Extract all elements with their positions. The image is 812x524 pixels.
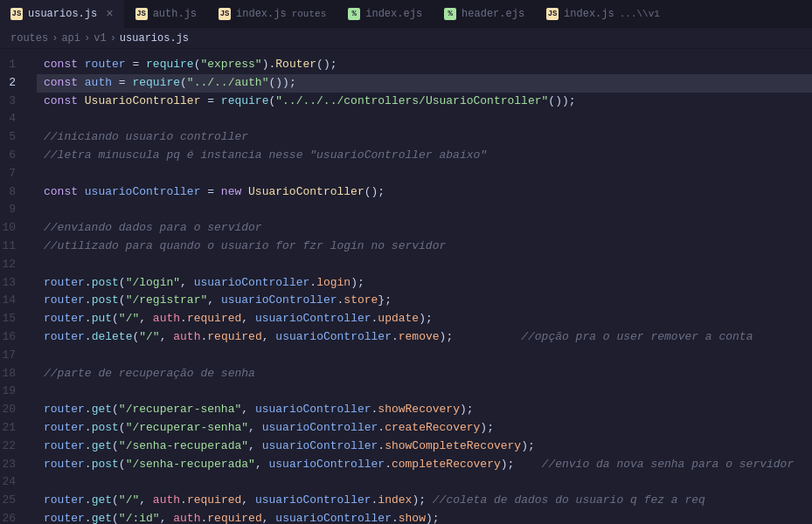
line-number: 2 — [0, 74, 23, 93]
token: const — [44, 93, 85, 111]
token: auth — [173, 510, 200, 524]
line-number: 25 — [0, 492, 23, 510]
breadcrumb-sep: › — [52, 32, 58, 45]
line-number: 12 — [0, 256, 23, 274]
token: , — [160, 328, 174, 347]
token: get — [92, 492, 112, 510]
token: new — [221, 183, 248, 202]
tab-auth[interactable]: JS auth.js — [125, 0, 208, 28]
token: router — [44, 328, 85, 347]
line-number: 11 — [0, 238, 23, 256]
token: . — [85, 292, 92, 310]
token: usuarioController — [269, 456, 385, 474]
token: require — [146, 56, 194, 74]
token: , — [139, 310, 153, 328]
token: ()); — [548, 93, 575, 111]
js-icon: JS — [546, 8, 559, 20]
token: ); — [460, 401, 474, 419]
token: ( — [119, 419, 126, 438]
tab-close-icon[interactable]: × — [106, 7, 113, 21]
line-number: 23 — [0, 456, 23, 474]
token: "/recuperar-senha" — [126, 419, 248, 438]
token: UsuarioController — [85, 93, 201, 111]
code-line: router.get("/:id", auth.required, usuari… — [37, 510, 812, 524]
token: required — [207, 510, 261, 524]
tab-usuarios[interactable]: JS usuarios.js × — [0, 0, 125, 28]
token: store — [344, 292, 378, 310]
breadcrumb-sep: › — [84, 32, 90, 45]
token: . — [85, 438, 92, 456]
code-line: const router = require("express").Router… — [37, 56, 812, 74]
token: , — [160, 510, 174, 524]
line-number: 14 — [0, 292, 23, 310]
code-content[interactable]: const router = require("express").Router… — [37, 49, 812, 524]
code-line — [37, 110, 812, 128]
token: //iniciando usuario controller — [44, 128, 248, 147]
token: (); — [364, 183, 385, 202]
tab-index-v1[interactable]: JS index.js ...\\v1 — [536, 0, 671, 28]
token: get — [92, 438, 112, 456]
token: "/recuperar-senha" — [119, 401, 241, 419]
breadcrumb-routes[interactable]: routes — [10, 32, 48, 45]
token: ( — [112, 510, 119, 524]
token: //parte de recuperação de senha — [44, 365, 255, 383]
tab-header-ejs[interactable]: % header.ejs — [434, 0, 536, 28]
token: //opção pra o user remover a conta — [453, 328, 753, 347]
token: "../../../controllers/UsuarioController" — [275, 93, 548, 111]
code-line — [37, 473, 812, 492]
code-line: router.post("/login", usuarioController.… — [37, 274, 812, 293]
line-number: 24 — [0, 473, 23, 492]
token: ( — [112, 401, 119, 419]
token: //enviando dados para o servidor — [44, 219, 262, 238]
token: router — [44, 510, 85, 524]
token: usuarioController — [262, 438, 378, 456]
line-number: 1 — [0, 56, 23, 74]
token: usuarioController — [255, 401, 371, 419]
token: ); — [521, 438, 535, 456]
code-line: router.delete("/", auth.required, usuari… — [37, 328, 812, 347]
token: //utilizado para quando o usuario for fz… — [44, 238, 446, 256]
code-area: 1234567891011121314151617181920212223242… — [0, 49, 812, 524]
token: , — [241, 492, 255, 510]
tab-label: usuarios.js — [28, 8, 97, 20]
breadcrumb-v1[interactable]: v1 — [94, 32, 106, 45]
code-line — [37, 201, 812, 219]
token: get — [92, 401, 112, 419]
tab-index-ejs[interactable]: % index.ejs — [337, 0, 434, 28]
breadcrumb-sep: › — [110, 32, 116, 45]
token: ( — [119, 292, 126, 310]
token: , — [241, 401, 255, 419]
token: . — [85, 419, 92, 438]
tab-label: index.ejs — [365, 8, 422, 20]
js-icon: JS — [10, 8, 23, 20]
token: auth — [153, 310, 180, 328]
token: update — [378, 310, 419, 328]
token: //envio da nova senha para o servidor — [514, 456, 794, 474]
token: required — [187, 310, 241, 328]
token: "/senha-recuperada" — [126, 456, 255, 474]
token: const — [44, 56, 85, 74]
code-line — [37, 256, 812, 274]
token: ( — [268, 93, 275, 111]
token: , — [248, 438, 262, 456]
tab-index-routes[interactable]: JS index.js routes — [208, 0, 337, 28]
line-number: 17 — [0, 347, 23, 365]
token: . — [180, 492, 187, 510]
code-line: //enviando dados para o servidor — [37, 219, 812, 238]
token: //letra minuscula pq é instancia nesse "… — [44, 147, 487, 165]
line-number: 20 — [0, 401, 23, 419]
token: auth — [85, 74, 112, 93]
token: ( — [112, 438, 119, 456]
token: "/" — [139, 328, 159, 347]
tab-label: header.ejs — [462, 8, 524, 20]
code-line: router.get("/recuperar-senha", usuarioCo… — [37, 401, 812, 419]
token: post — [92, 274, 119, 293]
token: ); — [501, 456, 515, 474]
token: . — [85, 328, 92, 347]
breadcrumb-api[interactable]: api — [61, 32, 80, 45]
code-line: router.post("/registrar", usuarioControl… — [37, 292, 812, 310]
token: , — [180, 274, 194, 293]
token: index — [378, 492, 412, 510]
token: ); — [440, 328, 454, 347]
token: . — [85, 274, 92, 293]
